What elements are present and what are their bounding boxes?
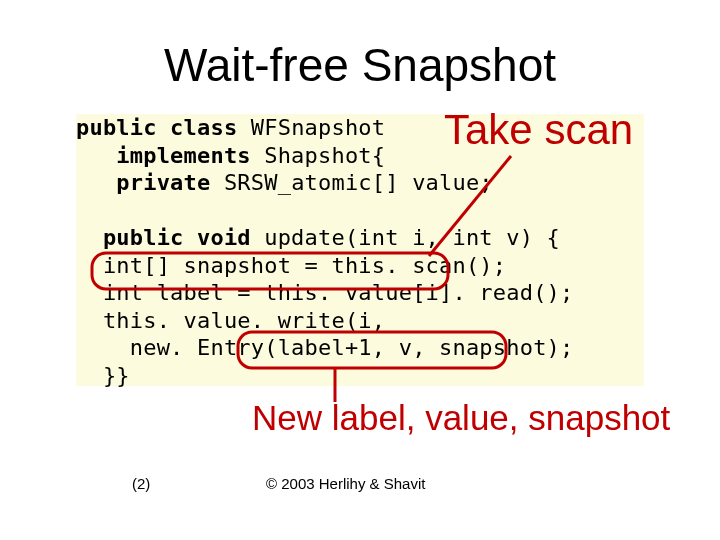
code-text: Shapshot{ [264,143,385,168]
code-kw: public void [76,225,264,250]
code-kw: implements [76,143,264,168]
slide: Wait-free Snapshot public class WFSnapsh… [0,0,720,540]
code-text: update(int i, int v) { [264,225,560,250]
code-block: public class WFSnapshot implements Shaps… [76,114,644,386]
code-kw: public class [76,115,251,140]
footer-slide-number: (2) [132,475,150,492]
callout-new-label: New label, value, snapshot [252,398,670,438]
code-text: }} [76,363,130,388]
code-text: new. Entry(label+1, v, snapshot); [76,335,573,360]
code-text: int[] snapshot = this. scan(); [76,253,506,278]
callout-take-scan: Take scan [444,106,633,154]
code-text: WFSnapshot [251,115,385,140]
slide-title: Wait-free Snapshot [0,38,720,92]
code-text: SRSW_atomic[] value; [224,170,493,195]
code-text: int label = this. value[i]. read(); [76,280,573,305]
footer-copyright: © 2003 Herlihy & Shavit [266,475,425,492]
code-text: this. value. write(i, [76,308,385,333]
code-kw: private [76,170,224,195]
